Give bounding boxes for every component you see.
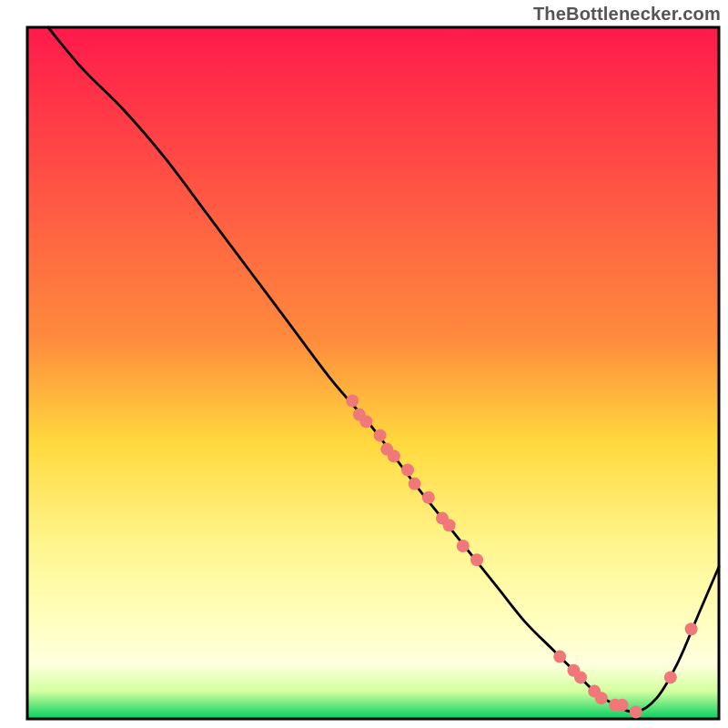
curve-marker [346,394,359,407]
curve-marker [595,692,608,704]
curve-marker [374,429,387,441]
curve-marker [401,463,414,476]
chart-container: TheBottlenecker.com [0,0,728,728]
curve-marker [443,519,456,531]
curve-marker [388,450,400,462]
curve-marker [359,415,372,428]
bottleneck-chart [0,0,728,728]
curve-marker [409,478,421,490]
watermark-text: TheBottlenecker.com [533,4,721,25]
curve-marker [470,553,483,566]
curve-marker [422,491,435,504]
curve-marker [664,671,677,683]
curve-marker [685,622,698,635]
curve-marker [574,671,587,683]
curve-marker [457,540,470,552]
curve-marker [616,699,629,712]
curve-marker [630,705,642,718]
curve-marker [553,651,566,663]
plot-background [27,27,719,719]
